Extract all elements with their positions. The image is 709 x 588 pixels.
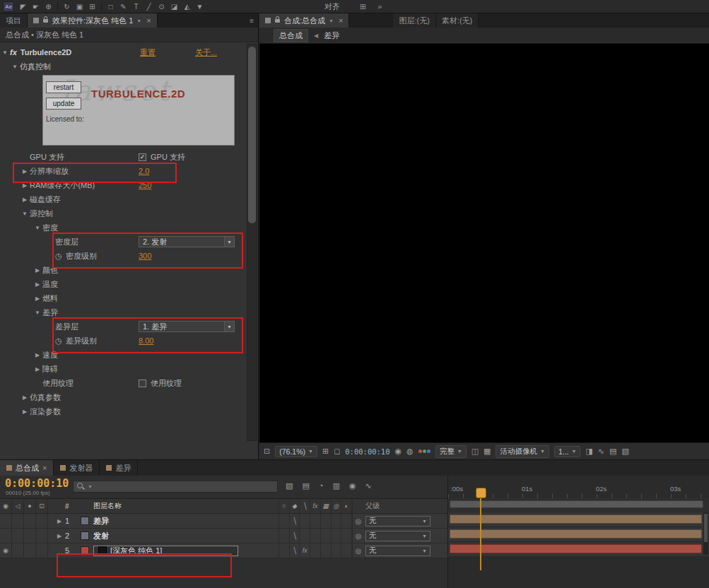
flowchart-button-icon[interactable]: ▧	[621, 447, 628, 456]
hand-tool-icon[interactable]: ☛	[30, 1, 42, 12]
collapse-arrow-icon[interactable]: ▼	[33, 225, 42, 231]
layer-switch[interactable]	[300, 514, 310, 528]
layer-name-cell[interactable]: 发射	[93, 529, 279, 543]
switch-header-icon[interactable]: ◎	[332, 499, 342, 513]
audio-toggle[interactable]	[12, 529, 24, 543]
hide-shy-icon[interactable]: ◔	[319, 481, 324, 490]
magnification-dropdown[interactable]: (76.1%)▼	[275, 446, 317, 457]
draft-3d-icon[interactable]: ▤	[302, 481, 309, 490]
audio-column-icon[interactable]: ◁	[12, 499, 24, 513]
layer-duration-bar[interactable]	[450, 529, 702, 539]
frame-blend-icon[interactable]: ▥	[332, 481, 339, 490]
eye-column-icon[interactable]: ◉	[0, 499, 12, 513]
switch-header-icon[interactable]: ▦	[321, 499, 332, 513]
layer-switch[interactable]	[279, 514, 290, 528]
timeline-tab[interactable]: 差异	[100, 460, 138, 476]
layer-switch[interactable]	[341, 529, 352, 543]
property-value[interactable]: 250	[139, 181, 151, 189]
shape-tool-icon[interactable]: □	[105, 1, 117, 12]
fast-preview-icon[interactable]: ∿	[598, 447, 604, 456]
layer-switch[interactable]	[341, 514, 352, 528]
update-button[interactable]: update	[46, 98, 81, 110]
eye-toggle[interactable]	[0, 514, 12, 528]
expand-arrow-icon[interactable]: ▶	[33, 352, 42, 358]
pixel-aspect-icon[interactable]: ◨	[585, 447, 592, 456]
layer-switch[interactable]	[321, 529, 332, 543]
expand-arrow-icon[interactable]: ▶	[20, 196, 30, 203]
selection-tool-icon[interactable]: ◤	[17, 1, 29, 12]
eye-toggle[interactable]: ◉	[0, 543, 12, 558]
composition-viewport[interactable]	[259, 44, 709, 442]
expand-arrow-icon[interactable]: ▶	[33, 366, 42, 372]
expand-arrow-icon[interactable]: ▶	[33, 295, 42, 302]
layer-duration-bar[interactable]	[450, 514, 702, 524]
lock-column-icon[interactable]: ⊡	[36, 499, 48, 513]
collapse-arrow-icon[interactable]: ▼	[10, 64, 20, 70]
close-icon[interactable]: ×	[42, 464, 47, 472]
lock-toggle[interactable]	[36, 543, 48, 558]
switch-header-icon[interactable]: ╲	[300, 499, 310, 513]
parent-dropdown[interactable]: 无▼	[365, 546, 430, 556]
layer-color-chip[interactable]	[81, 543, 93, 558]
toolbar-overflow-icon[interactable]: »	[377, 2, 382, 11]
current-time-display[interactable]: 0:00:00:10	[5, 477, 69, 490]
layer-color-chip[interactable]	[81, 529, 93, 543]
property-dropdown[interactable]: 1. 差异▼	[139, 321, 235, 332]
collapse-arrow-icon[interactable]: ▼	[33, 310, 42, 316]
pen-tool-icon[interactable]: ✎	[117, 1, 129, 12]
layer-switch[interactable]	[310, 514, 321, 528]
pickwhip-icon[interactable]: ◎	[353, 514, 364, 528]
timeline-tab[interactable]: 发射器	[54, 460, 100, 476]
tab-project[interactable]: 项目	[0, 13, 28, 28]
expand-arrow-icon[interactable]: ▶	[54, 529, 65, 543]
checkbox[interactable]	[139, 380, 146, 387]
timeline-button-icon[interactable]: ▤	[609, 447, 616, 456]
layer-switch[interactable]	[279, 543, 290, 558]
parent-dropdown[interactable]: 无▼	[365, 531, 430, 541]
tab-effect-controls[interactable]: 效果控件:深灰色 纯色 1 ▼ ×	[28, 13, 158, 28]
show-snapshot-icon[interactable]: ◍	[406, 447, 414, 456]
expand-arrow-icon[interactable]: ▶	[20, 408, 30, 415]
switch-header-icon[interactable]: ◐	[341, 499, 352, 513]
roi-icon[interactable]: ◫	[471, 447, 479, 456]
layer-switch[interactable]	[310, 529, 321, 543]
expand-arrow-icon[interactable]: ▶	[20, 394, 30, 401]
brush-tool-icon[interactable]: ╱	[143, 1, 155, 12]
close-icon[interactable]: ×	[146, 16, 151, 25]
layer-switch[interactable]	[310, 543, 321, 558]
eye-toggle[interactable]	[0, 529, 12, 543]
pickwhip-icon[interactable]: ◎	[353, 543, 364, 558]
expand-arrow-icon[interactable]: ▶	[20, 168, 30, 175]
tab-layer[interactable]: 图层:(无)	[393, 13, 435, 28]
solo-toggle[interactable]	[24, 543, 36, 558]
layer-duration-bar[interactable]	[450, 544, 702, 553]
layer-name-cell[interactable]: [深灰色 纯色 1]	[93, 543, 279, 558]
expand-arrow-icon[interactable]: ▶	[33, 267, 42, 274]
workspace-grid-icon[interactable]: ⊞	[360, 2, 366, 11]
time-ruler[interactable]: :00s01s02s03s	[448, 476, 709, 499]
timeline-tab[interactable]: 总合成×	[0, 460, 54, 476]
layer-switch[interactable]	[332, 529, 342, 543]
mask-visibility-icon[interactable]: ◻	[334, 447, 340, 456]
graph-editor-icon[interactable]: ∿	[365, 481, 371, 490]
expand-arrow-icon[interactable]: ▶	[33, 281, 42, 288]
zoom-tool-icon[interactable]: ⊕	[42, 1, 54, 12]
solo-toggle[interactable]	[24, 514, 36, 528]
chevron-down-icon[interactable]: ▼	[136, 18, 141, 23]
clone-stamp-tool-icon[interactable]: ⊙	[156, 1, 168, 12]
comp-mini-flowchart-icon[interactable]: ▧	[286, 481, 293, 490]
tab-footage[interactable]: 素材:(无)	[436, 13, 479, 28]
collapse-arrow-icon[interactable]: ▼	[0, 49, 10, 56]
layer-switch[interactable]	[321, 514, 332, 528]
switch-header-icon[interactable]: ○	[279, 499, 290, 513]
channels-icon[interactable]	[418, 449, 430, 453]
camera-view-dropdown[interactable]: 活动摄像机▼	[496, 445, 549, 458]
layer-switch[interactable]: ╲	[290, 514, 300, 528]
type-tool-icon[interactable]: T	[130, 1, 142, 12]
expand-arrow-icon[interactable]: ▶	[20, 182, 30, 189]
layer-name-cell[interactable]: 差异	[93, 514, 279, 528]
about-link[interactable]: 关于...	[195, 47, 217, 58]
layer-switch[interactable]	[332, 514, 342, 528]
resolution-dropdown[interactable]: 完整▼	[435, 445, 467, 458]
current-time-indicator-head[interactable]	[476, 488, 486, 498]
